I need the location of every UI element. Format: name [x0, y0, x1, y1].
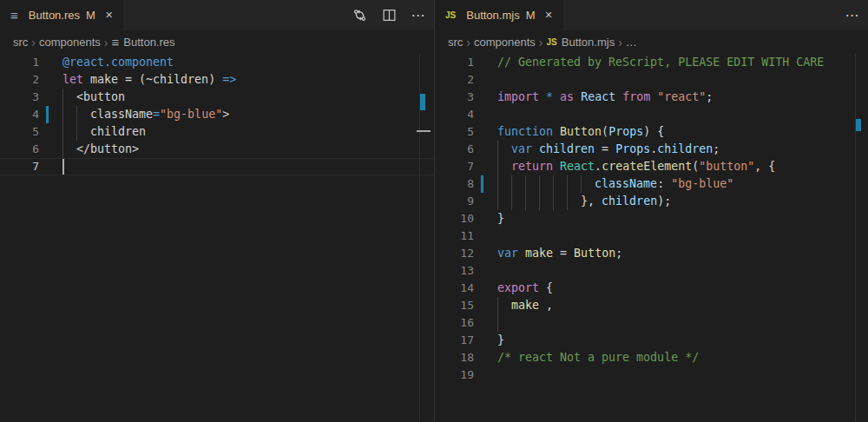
line-number[interactable]: 13 — [435, 262, 474, 280]
line-number[interactable]: 5 — [0, 123, 39, 141]
code-line[interactable]: 4 className="bg-blue"> — [0, 106, 434, 123]
close-tab-icon[interactable]: ✕ — [545, 10, 553, 21]
code-line[interactable]: 11 — [435, 227, 868, 245]
token-pln: ; — [706, 90, 713, 103]
code-line[interactable]: 19 — [435, 366, 868, 384]
editor-pane-button-res: ≡ Button.res M ✕ — [0, 0, 434, 422]
code-line[interactable]: 1// Generated by ReScript, PLEASE EDIT W… — [435, 54, 868, 71]
code-line[interactable]: 15 make , — [435, 297, 868, 314]
line-number[interactable]: 2 — [0, 71, 39, 89]
line-number[interactable]: 6 — [0, 141, 39, 158]
token-pln — [539, 90, 546, 103]
indent-guide — [62, 89, 63, 106]
code-line[interactable]: 4 — [435, 106, 868, 123]
editor-actions-left: ⋯ — [351, 0, 427, 30]
editor-pane-button-mjs: JS Button.mjs M ✕ ⋯ src › components › J… — [434, 0, 868, 422]
close-tab-icon[interactable]: ✕ — [105, 10, 113, 21]
breadcrumb-components[interactable]: components — [474, 36, 536, 49]
line-number[interactable]: 4 — [0, 106, 39, 123]
indent-guide — [76, 123, 77, 141]
code-editor-button-res[interactable]: 1@react.component2let make = (~children)… — [0, 54, 434, 422]
line-number[interactable]: 19 — [435, 366, 474, 384]
code-line[interactable]: 12var make = Button; — [435, 245, 868, 262]
line-number[interactable]: 8 — [435, 175, 474, 193]
code-line[interactable]: 6 var children = Props.children; — [435, 141, 868, 158]
breadcrumb-components[interactable]: components — [39, 36, 101, 49]
token-pln — [532, 142, 539, 155]
code-line[interactable]: 7 — [0, 158, 434, 175]
line-number[interactable]: 16 — [435, 314, 474, 332]
breadcrumb-src[interactable]: src — [448, 36, 463, 49]
code-line[interactable]: 5 children — [0, 123, 434, 141]
code-line[interactable]: 6 </button> — [0, 141, 434, 158]
token-pln — [574, 90, 581, 103]
code-line[interactable]: 7 return React.createElement("button", { — [435, 158, 868, 175]
tab-button-res[interactable]: ≡ Button.res M ✕ — [0, 0, 123, 30]
line-number[interactable]: 15 — [435, 297, 474, 314]
line-number[interactable]: 7 — [0, 158, 39, 175]
token-kw2: as — [560, 90, 574, 103]
code-line[interactable]: 14export { — [435, 280, 868, 297]
line-number[interactable]: 1 — [435, 54, 474, 71]
git-modified-badge: M — [526, 9, 536, 22]
code-line[interactable]: 18/* react Not a pure module */ — [435, 349, 868, 366]
line-number[interactable]: 17 — [435, 332, 474, 349]
code-line[interactable]: 2 — [435, 71, 868, 89]
line-number[interactable]: 2 — [435, 71, 474, 89]
line-number[interactable]: 7 — [435, 158, 474, 175]
token-kw1: var — [497, 247, 518, 260]
more-actions-icon[interactable]: ⋯ — [410, 7, 427, 24]
code-line[interactable]: 3 <button — [0, 89, 434, 106]
line-number[interactable]: 3 — [0, 89, 39, 106]
indent-guide — [525, 193, 526, 210]
code-line[interactable]: 1@react.component — [0, 54, 434, 71]
breadcrumb-file[interactable]: Button.res — [123, 36, 174, 49]
line-number[interactable]: 10 — [435, 210, 474, 227]
code-line[interactable]: 5function Button(Props) { — [435, 123, 868, 141]
line-number[interactable]: 11 — [435, 227, 474, 245]
more-actions-icon[interactable]: ⋯ — [844, 7, 861, 24]
code-line[interactable]: 9 }, children); — [435, 193, 868, 210]
token-pln: , { — [754, 160, 775, 173]
indent-guide — [497, 141, 498, 158]
vscode-editor-group: ≡ Button.res M ✕ — [0, 0, 868, 422]
token-pln — [553, 160, 560, 173]
line-number[interactable]: 12 — [435, 245, 474, 262]
code-line[interactable]: 10} — [435, 210, 868, 227]
breadcrumb-symbol-ellipsis[interactable]: … — [626, 36, 637, 49]
breadcrumb-file[interactable]: Button.mjs — [562, 36, 615, 49]
token-kw2: import — [497, 90, 539, 103]
token-pln — [497, 160, 511, 173]
line-number[interactable]: 18 — [435, 349, 474, 366]
token-var: children — [602, 195, 657, 208]
token-kw1: => — [222, 73, 236, 86]
line-number[interactable]: 14 — [435, 280, 474, 297]
code-line[interactable]: 13 — [435, 262, 868, 280]
line-number[interactable]: 4 — [435, 106, 474, 123]
token-var: Props — [615, 142, 650, 155]
token-pln: make = (~children) — [83, 73, 222, 86]
token-pln: }, — [497, 195, 602, 208]
tab-button-mjs[interactable]: JS Button.mjs M ✕ — [435, 0, 563, 30]
code-line[interactable]: 2let make = (~children) => — [0, 71, 434, 89]
line-number[interactable]: 6 — [435, 141, 474, 158]
line-number[interactable]: 9 — [435, 193, 474, 210]
token-pln: ( — [602, 125, 608, 138]
code-editor-button-mjs[interactable]: 1// Generated by ReScript, PLEASE EDIT W… — [435, 54, 868, 422]
code-line[interactable]: 8 className: "bg-blue" — [435, 175, 868, 193]
token-pln: } — [497, 333, 504, 346]
code-line[interactable]: 17} — [435, 332, 868, 349]
split-editor-icon[interactable] — [380, 7, 398, 24]
token-kw1: @react.component — [62, 56, 174, 69]
indent-guide — [525, 175, 526, 193]
token-kw1: function — [497, 125, 553, 138]
line-number[interactable]: 5 — [435, 123, 474, 141]
line-number[interactable]: 1 — [0, 54, 39, 71]
breadcrumb-src[interactable]: src — [13, 36, 28, 49]
line-number[interactable]: 3 — [435, 89, 474, 106]
token-pln: } — [497, 212, 504, 225]
open-changes-icon[interactable] — [351, 7, 368, 24]
code-line[interactable]: 16 — [435, 314, 868, 332]
indent-guide — [497, 193, 498, 210]
code-line[interactable]: 3import * as React from "react"; — [435, 89, 868, 106]
